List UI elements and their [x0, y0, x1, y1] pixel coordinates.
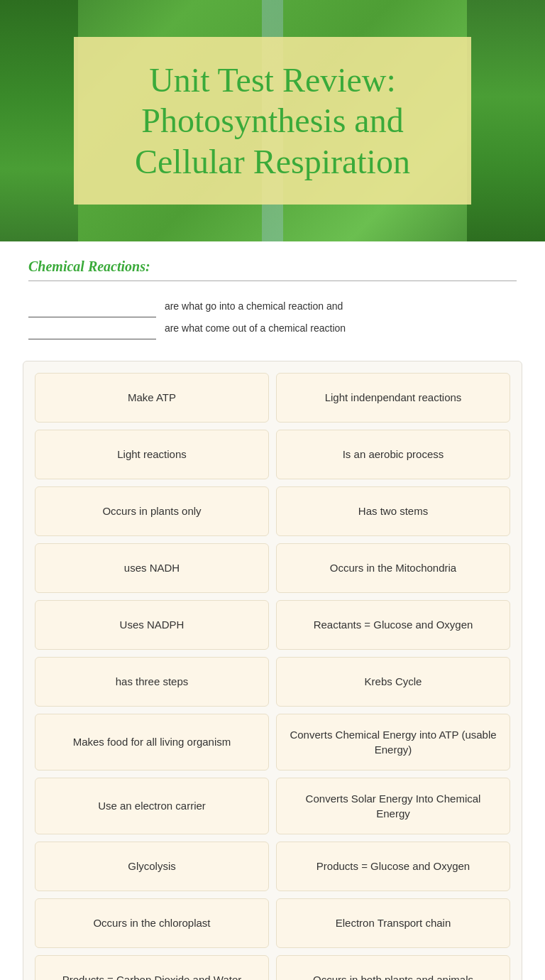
fill-in-blank-block: are what go into a chemical reaction and…	[28, 295, 517, 339]
blank-line-2	[28, 339, 156, 339]
sort-grid: Make ATPLight indenpendant reactionsLigh…	[35, 373, 510, 980]
sort-card[interactable]: Reactants = Glucose and Oxygen	[276, 600, 510, 650]
sort-card[interactable]: Uses NADPH	[35, 600, 269, 650]
sort-card[interactable]: Converts Solar Energy Into Chemical Ener…	[276, 778, 510, 834]
hero-title-box: Unit Test Review: Photosynthesis and Cel…	[74, 37, 471, 205]
sort-card[interactable]: uses NADH	[35, 543, 269, 593]
content-section: Chemical Reactions: are what go into a c…	[0, 241, 545, 980]
forest-right-decoration	[467, 0, 545, 241]
sort-grid-container: Make ATPLight indenpendant reactionsLigh…	[23, 361, 522, 980]
page-title: Unit Test Review: Photosynthesis and Cel…	[108, 60, 437, 183]
sort-card[interactable]: Is an aerobic process	[276, 430, 510, 479]
sort-card[interactable]: Makes food for all living organism	[35, 714, 269, 771]
sort-card[interactable]: Use an electron carrier	[35, 778, 269, 834]
sort-card[interactable]: has three steps	[35, 657, 269, 707]
fill-text-1: are what go into a chemical reaction and	[165, 300, 343, 312]
sort-card[interactable]: Products = Glucose and Oxygen	[276, 842, 510, 891]
sort-card[interactable]: Occurs in the Mitochondria	[276, 543, 510, 593]
sort-card[interactable]: Occurs in plants only	[35, 486, 269, 536]
sort-card[interactable]: Converts Chemical Energy into ATP (usabl…	[276, 714, 510, 771]
chemical-reactions-heading: Chemical Reactions:	[28, 258, 517, 275]
sort-card[interactable]: Make ATP	[35, 373, 269, 423]
sort-card[interactable]: Electron Transport chain	[276, 898, 510, 948]
sort-card[interactable]: Occurs in both plants and animals	[276, 955, 510, 980]
fill-text-2: are what come out of a chemical reaction	[165, 322, 346, 334]
forest-left-decoration	[0, 0, 78, 241]
blank-line-1	[28, 317, 156, 317]
sort-card[interactable]: Glycolysis	[35, 842, 269, 891]
sort-card[interactable]: Has two stems	[276, 486, 510, 536]
sort-card[interactable]: Krebs Cycle	[276, 657, 510, 707]
sort-card[interactable]: Products = Carbon Dioxide and Water	[35, 955, 269, 980]
sort-card[interactable]: Occurs in the chloroplast	[35, 898, 269, 948]
sort-card[interactable]: Light indenpendant reactions	[276, 373, 510, 423]
sort-card[interactable]: Light reactions	[35, 430, 269, 479]
section-divider	[28, 281, 517, 281]
hero-section: Unit Test Review: Photosynthesis and Cel…	[0, 0, 545, 241]
